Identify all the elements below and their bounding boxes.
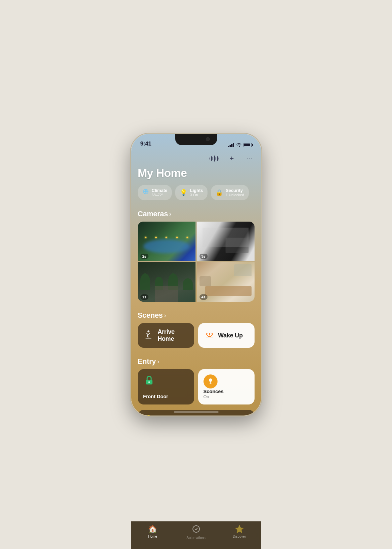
camera-cell-2[interactable]: 3s [197, 222, 255, 261]
svg-rect-5 [147, 330, 149, 332]
scenes-chevron: › [164, 312, 166, 319]
header-actions: + ⋯ [131, 150, 261, 165]
arrive-home-label: Arrive Home [158, 328, 189, 342]
status-icons [228, 143, 252, 147]
overhead-icon: 💡 [143, 415, 154, 416]
home-indicator [174, 411, 219, 413]
front-door-name: Front Door [143, 393, 189, 399]
wifi-icon [236, 143, 242, 147]
svg-point-8 [148, 381, 150, 383]
camera-badge-2: 3s [200, 254, 208, 259]
pool-lights [140, 234, 192, 242]
climate-chip-title: Climate [152, 188, 167, 193]
entry-chevron: › [157, 358, 159, 365]
chip-climate[interactable]: Climate 68–72° [138, 185, 172, 201]
camera-badge-1: 2s [140, 254, 148, 259]
lights-chip-sub: 3 On [190, 193, 203, 197]
entry-title: Entry [138, 357, 156, 366]
camera-cell-1[interactable]: 2s [138, 222, 195, 261]
sconces-card[interactable]: Sconces On [198, 369, 255, 404]
waveform-button[interactable] [209, 153, 220, 164]
security-chip-title: Security [226, 188, 244, 193]
svg-rect-11 [210, 383, 212, 384]
climate-chip-sub: 68–72° [152, 193, 167, 197]
entry-section-header[interactable]: Entry › [131, 354, 261, 369]
arrive-home-card[interactable]: Arrive Home [138, 323, 194, 348]
scenes-section-header[interactable]: Scenes › [131, 308, 261, 323]
lights-chip-title: Lights [190, 188, 203, 193]
waveform-icon [210, 155, 220, 162]
camera-cell-4[interactable]: 4s [197, 262, 255, 302]
entry-grid: Front Door Sconces On [131, 369, 261, 410]
notch [175, 134, 217, 145]
scenes-row: Arrive Home [131, 323, 261, 354]
front-camera [206, 137, 210, 141]
lights-icon: 💡 [180, 189, 187, 196]
wake-up-label: Wake Up [218, 332, 243, 339]
overhead-name: Overhead [158, 415, 180, 415]
climate-icon [142, 188, 149, 197]
plus-icon: + [230, 154, 234, 163]
sconces-status: On [204, 394, 249, 399]
security-chip-sub: 1 Unlocked [226, 193, 244, 197]
more-button[interactable]: ⋯ [244, 153, 255, 164]
status-time: 9:41 [140, 141, 151, 147]
battery-icon [244, 143, 252, 147]
wake-up-icon [204, 328, 214, 342]
main-content: + ⋯ My Home [131, 150, 261, 416]
arrive-home-icon [143, 330, 154, 341]
camera-cell-3[interactable]: 1s [138, 262, 195, 302]
sconces-name: Sconces [204, 388, 249, 394]
page-title: My Home [131, 165, 261, 185]
phone-screen: 9:41 [131, 134, 261, 416]
status-chips-row: Climate 68–72° 💡 Lights 3 On 🔒 Security [131, 185, 261, 207]
camera-grid: 2s 3s [138, 222, 255, 302]
cameras-chevron: › [169, 211, 171, 218]
chip-security[interactable]: 🔒 Security 1 Unlocked [211, 185, 249, 201]
cameras-section-header[interactable]: Cameras › [131, 207, 261, 222]
ellipsis-icon: ⋯ [246, 155, 252, 162]
camera-badge-3: 1s [140, 294, 148, 300]
svg-point-9 [209, 378, 212, 382]
front-door-card[interactable]: Front Door [138, 369, 194, 404]
add-button[interactable]: + [227, 153, 237, 164]
camera-badge-4: 4s [200, 294, 208, 300]
security-lock-icon: 🔒 [216, 189, 223, 196]
cameras-title: Cameras [138, 210, 168, 218]
chip-lights[interactable]: 💡 Lights 3 On [175, 185, 208, 201]
phone-frame: 9:41 [131, 134, 261, 416]
wake-up-card[interactable]: Wake Up [198, 323, 255, 348]
sconces-icon [204, 374, 218, 388]
signal-icon [228, 143, 234, 147]
svg-rect-10 [210, 381, 211, 383]
scenes-title: Scenes [138, 311, 163, 320]
lock-icon [143, 374, 189, 389]
